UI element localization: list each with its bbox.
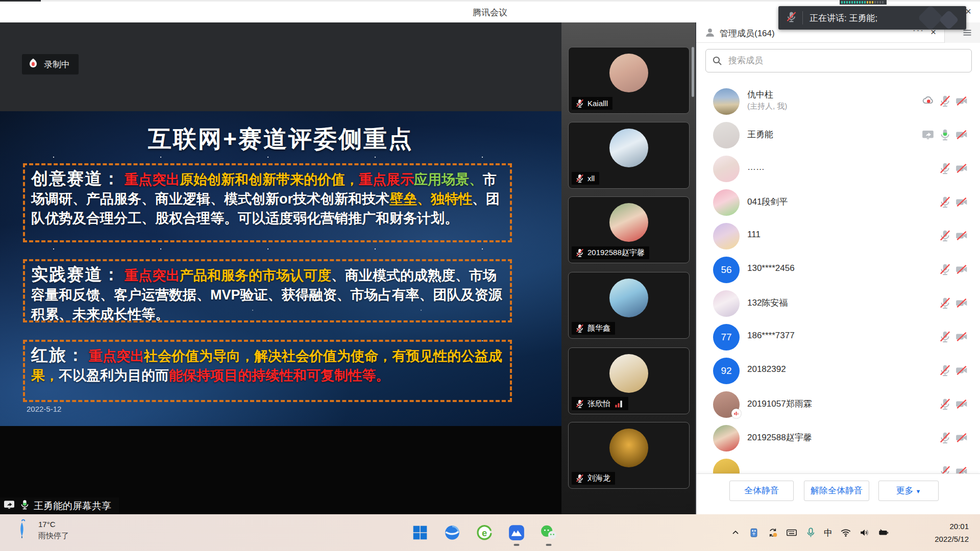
video-strip-scrollbar[interactable] — [692, 47, 694, 97]
taskbar-app-browser-green[interactable]: e — [476, 524, 493, 541]
meter-bar — [862, 1, 863, 4]
camera-muted-icon[interactable] — [955, 296, 968, 310]
slide-text-segment: 壁垒、独特性 — [389, 191, 472, 207]
clock-date: 2022/5/12 — [935, 533, 969, 545]
member-row[interactable]: 111 — [696, 219, 980, 253]
camera-muted-icon[interactable] — [955, 128, 968, 141]
mic-muted-icon[interactable] — [938, 94, 951, 108]
unmute-all-button[interactable]: 解除全体静音 — [804, 481, 869, 501]
mic-muted-icon[interactable] — [938, 397, 951, 411]
mic-muted-icon[interactable] — [938, 330, 951, 343]
member-row[interactable]: 77 186****7377 — [696, 320, 980, 354]
mic-muted-icon[interactable] — [938, 465, 951, 473]
mic-muted-icon[interactable] — [938, 229, 951, 242]
usb-device-icon[interactable] — [748, 527, 760, 538]
camera-muted-icon[interactable] — [955, 431, 968, 444]
mic-active-icon[interactable] — [938, 128, 951, 141]
video-tile[interactable]: 张欣怡 — [568, 347, 690, 414]
browser-blue-icon[interactable] — [444, 524, 461, 541]
tencent-meeting-icon[interactable] — [508, 524, 525, 541]
meter-bar — [859, 1, 861, 4]
meter-bar — [872, 1, 873, 4]
browser-green-icon[interactable]: e — [476, 524, 493, 541]
taskbar-weather-widget[interactable]: 17°C 雨快停了 — [12, 519, 69, 541]
member-name: 20192588赵宇馨 — [747, 432, 812, 443]
taskbar-app-browser-blue[interactable] — [444, 524, 461, 541]
camera-muted-icon[interactable] — [955, 195, 968, 209]
chevron-up-icon[interactable] — [730, 528, 741, 538]
mic-muted-icon[interactable] — [938, 296, 951, 310]
mic-muted-icon[interactable] — [938, 162, 951, 175]
mic-muted-icon[interactable] — [938, 431, 951, 444]
meter-bar — [844, 1, 845, 4]
taskbar-app-windows[interactable] — [411, 524, 429, 541]
taskbar-app-wechat[interactable] — [540, 524, 557, 541]
member-row[interactable]: 56 130****2456 — [696, 253, 980, 287]
sync-update-icon[interactable] — [767, 527, 778, 538]
camera-muted-icon[interactable] — [955, 330, 968, 343]
video-tile[interactable]: 刘海龙 — [568, 422, 690, 489]
avatar: 56 — [713, 257, 740, 283]
cloud-record-icon[interactable] — [921, 94, 935, 108]
camera-muted-icon[interactable] — [955, 162, 968, 175]
screen-share-icon — [3, 498, 15, 511]
member-row[interactable]: 20191057郑雨霖 — [696, 388, 980, 421]
taskbar-clock[interactable]: 20:01 2022/5/12 — [935, 520, 969, 545]
keyboard-icon[interactable] — [786, 527, 797, 538]
tile-name-label: Kaialll — [572, 97, 612, 110]
weather-desc: 雨快停了 — [38, 531, 69, 541]
mic-tray-icon[interactable] — [805, 527, 816, 538]
mic-muted-icon[interactable] — [938, 263, 951, 276]
member-status-icons — [938, 330, 968, 343]
member-name: 20191057郑雨霖 — [747, 398, 812, 410]
avatar: 92 — [713, 358, 740, 384]
camera-muted-icon[interactable] — [955, 364, 968, 377]
camera-muted-icon[interactable] — [955, 94, 968, 108]
meter-bar — [867, 1, 868, 4]
avatar — [713, 391, 740, 418]
member-row[interactable]: 132陈安福 — [696, 287, 980, 320]
meter-bar — [854, 1, 855, 4]
mute-all-button[interactable]: 全体静音 — [729, 481, 794, 501]
meeting-logo-watermark — [939, 10, 959, 30]
meter-bar — [879, 1, 881, 4]
recording-indicator: 录制中 — [22, 54, 79, 74]
windows-start-icon[interactable] — [411, 524, 429, 541]
search-input[interactable] — [705, 49, 972, 72]
svg-text:e: e — [482, 528, 487, 538]
members-icon — [704, 27, 716, 40]
mic-muted-icon[interactable] — [938, 364, 951, 377]
camera-muted-icon[interactable] — [955, 263, 968, 276]
wifi-icon[interactable] — [840, 527, 851, 538]
member-row[interactable]: 041段剑平 — [696, 186, 980, 219]
video-tile[interactable]: Kaialll — [568, 47, 690, 114]
video-tile[interactable]: 20192588赵宇馨 — [568, 196, 690, 263]
member-row[interactable] — [696, 455, 980, 473]
battery-icon[interactable] — [878, 527, 889, 538]
camera-muted-icon[interactable] — [955, 397, 968, 411]
mic-muted-icon[interactable] — [938, 195, 951, 209]
ime-indicator[interactable]: 中 — [824, 527, 832, 539]
member-status-icons — [938, 162, 968, 175]
more-button[interactable]: 更多▼ — [878, 481, 939, 501]
member-status-icons — [938, 296, 968, 310]
video-tile[interactable]: 颜华鑫 — [568, 272, 690, 339]
camera-muted-icon[interactable] — [955, 229, 968, 242]
caret-down-icon: ▼ — [916, 488, 921, 494]
member-row[interactable]: 仇中柱(主持人, 我) — [696, 85, 980, 118]
members-icon — [704, 27, 716, 38]
windows-taskbar: 17°C 雨快停了 e 中 20:01 — [0, 514, 980, 551]
wechat-icon[interactable] — [540, 524, 557, 541]
camera-muted-icon[interactable] — [955, 465, 968, 473]
member-row[interactable]: 92 20182392 — [696, 354, 980, 388]
mic-active-icon — [19, 499, 30, 513]
presentation-slide: 互联网+赛道评委侧重点 创意赛道：重点突出原始创新和创新带来的价值，重点展示应用… — [0, 111, 561, 426]
volume-icon[interactable] — [859, 527, 870, 538]
mic-active-icon — [19, 499, 30, 510]
member-row[interactable]: …… — [696, 152, 980, 186]
member-row[interactable]: 20192588赵宇馨 — [696, 421, 980, 455]
taskbar-app-tencent-meeting[interactable] — [508, 524, 525, 541]
member-row[interactable]: 王勇能 — [696, 118, 980, 152]
member-search — [705, 49, 972, 72]
video-tile[interactable]: xll — [568, 122, 690, 189]
